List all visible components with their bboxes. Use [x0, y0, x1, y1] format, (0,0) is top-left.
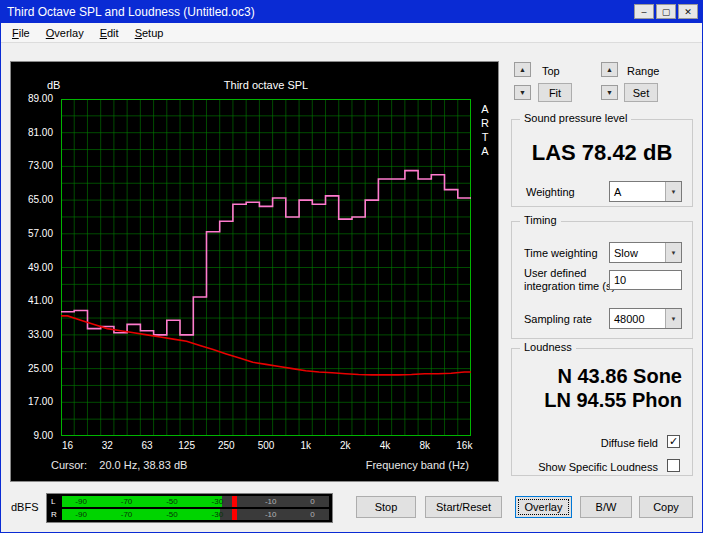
menu-setup[interactable]: Setup: [127, 24, 172, 42]
menu-edit[interactable]: Edit: [92, 24, 127, 42]
left-meter-track: -90-70-50-30-100: [62, 496, 329, 507]
overlay-button[interactable]: Overlay: [515, 496, 572, 518]
weighting-label: Weighting: [526, 186, 575, 198]
time-weighting-select[interactable]: Slow ▼: [609, 242, 682, 263]
y-axis-unit: dB: [47, 79, 60, 91]
specific-loudness-label: Show Specific Loudness: [538, 461, 658, 473]
caption-buttons: – ▢ ✕: [632, 4, 698, 19]
x-axis-label: Frequency band (Hz): [366, 459, 469, 471]
diffuse-field-checkbox[interactable]: ✓: [667, 435, 680, 448]
y-axis-ticks: 89.0081.0073.0065.0057.0049.0041.0033.00…: [11, 99, 57, 436]
spl-chart[interactable]: [61, 99, 471, 436]
diffuse-field-label: Diffuse field: [601, 437, 658, 449]
weighting-select[interactable]: A ▼: [609, 181, 682, 202]
right-meter-track: -90-70-50-30-100: [62, 509, 329, 520]
maximize-button[interactable]: ▢: [656, 4, 676, 19]
time-weighting-label: Time weighting: [524, 247, 598, 259]
chevron-down-icon: ▼: [665, 182, 681, 201]
time-weighting-value: Slow: [610, 247, 665, 259]
sampling-rate-label: Sampling rate: [524, 313, 592, 325]
left-meter-scale: -90-70-50-30-100: [62, 496, 329, 507]
bw-button[interactable]: B/W: [580, 496, 632, 518]
stop-button[interactable]: Stop: [356, 496, 416, 518]
chart-panel: dB Third octave SPL 89.0081.0073.0065.00…: [10, 61, 499, 482]
meter-row-L: L -90-70-50-30-100: [49, 496, 330, 507]
right-meter-scale: -90-70-50-30-100: [62, 509, 329, 520]
integration-label-line2: integration time (s): [524, 280, 615, 292]
cursor-readout: Cursor: 20.0 Hz, 38.83 dB: [51, 459, 187, 471]
app-window: Third Octave SPL and Loudness (Untitled.…: [0, 0, 703, 533]
x-axis-ticks: 1632631252505001k2k4k8k16k: [61, 440, 471, 452]
sampling-rate-select[interactable]: 48000 ▼: [609, 308, 682, 329]
top-up-button[interactable]: ▲: [514, 62, 531, 77]
range-label: Range: [627, 65, 659, 77]
arta-watermark: ARTA: [477, 102, 493, 158]
top-down-button[interactable]: ▼: [514, 85, 531, 100]
check-icon: ✓: [669, 435, 678, 447]
range-up-button[interactable]: ▲: [601, 62, 618, 77]
weighting-value: A: [610, 186, 665, 198]
spl-reading: LAS 78.42 dB: [512, 140, 692, 166]
dbfs-label: dBFS: [11, 501, 39, 513]
timing-group: Timing Time weighting Slow ▼ User define…: [511, 221, 693, 339]
integration-label-line1: User defined: [524, 267, 586, 279]
close-button[interactable]: ✕: [678, 4, 698, 19]
set-button[interactable]: Set: [624, 83, 658, 102]
chevron-down-icon: ▼: [665, 309, 681, 328]
chevron-down-icon: ▼: [665, 243, 681, 262]
specific-loudness-checkbox[interactable]: [667, 459, 680, 472]
integration-time-input[interactable]: [609, 270, 682, 290]
fit-button[interactable]: Fit: [538, 83, 572, 102]
start-reset-button[interactable]: Start/Reset: [425, 496, 502, 518]
loudness-n-reading: N 43.86 Sone: [512, 365, 682, 388]
top-label: Top: [542, 65, 560, 77]
left-channel-label: L: [51, 496, 55, 507]
level-meter: L -90-70-50-30-100 R -90-70-50-30-100: [46, 493, 333, 523]
title-bar: Third Octave SPL and Loudness (Untitled.…: [1, 1, 702, 23]
spl-group-title: Sound pressure level: [520, 112, 631, 124]
right-channel-label: R: [51, 509, 57, 520]
menu-bar: File Overlay Edit Setup: [1, 23, 702, 43]
range-down-button[interactable]: ▼: [601, 85, 618, 100]
window-title: Third Octave SPL and Loudness (Untitled.…: [7, 5, 255, 19]
sampling-rate-value: 48000: [610, 313, 665, 325]
copy-button[interactable]: Copy: [639, 496, 693, 518]
loudness-ln-reading: LN 94.55 Phon: [512, 389, 682, 412]
loudness-group-title: Loudness: [520, 341, 576, 353]
menu-file[interactable]: File: [4, 24, 38, 42]
chart-title: Third octave SPL: [61, 79, 471, 91]
timing-group-title: Timing: [520, 214, 561, 226]
minimize-button[interactable]: –: [634, 4, 654, 19]
menu-overlay[interactable]: Overlay: [38, 24, 92, 42]
loudness-group: Loudness N 43.86 Sone LN 94.55 Phon Diff…: [511, 348, 693, 476]
spl-group: Sound pressure level LAS 78.42 dB Weight…: [511, 119, 693, 207]
meter-row-R: R -90-70-50-30-100: [49, 509, 330, 520]
